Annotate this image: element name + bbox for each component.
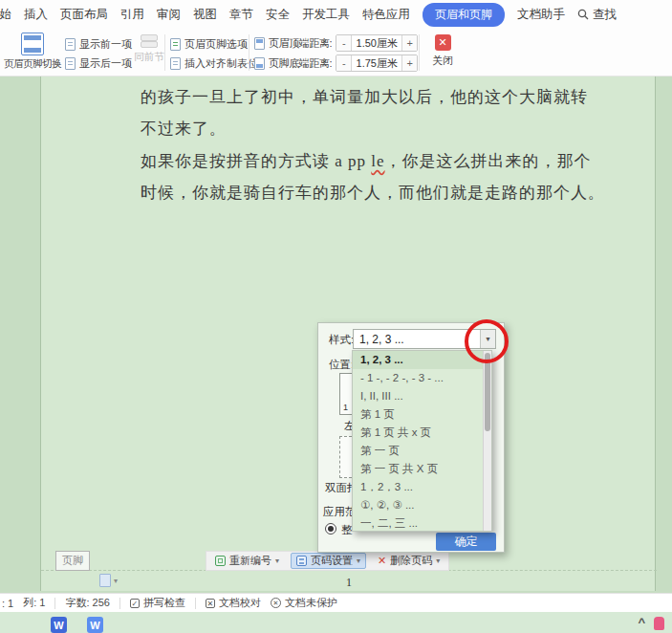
taskbar-app-icon-1[interactable]: W	[51, 617, 67, 633]
show-previous-button[interactable]: 显示前一项	[65, 36, 132, 52]
close-header-footer-button[interactable]: ✕ 关闭	[424, 34, 461, 68]
footer-distance-spinner: - 1.75厘米 +	[336, 55, 418, 72]
chevron-down-icon: ▾	[357, 557, 360, 565]
footer-tag: 页脚	[55, 551, 90, 571]
tab-stop-label: 插入对齐制表位	[184, 56, 258, 71]
document-text-line: 不过来了。	[141, 118, 618, 139]
wps-writer-window: 开始 插入 页面布局 引用 审阅 视图 章节 安全 开发工具 特色应用 页眉和页…	[0, 0, 672, 633]
tab-security[interactable]: 安全	[266, 7, 290, 23]
dropdown-item[interactable]: 第 1 页 共 x 页	[353, 424, 491, 442]
search-icon	[577, 9, 589, 20]
dropdown-item[interactable]: 第 一 页 共 X 页	[353, 460, 491, 478]
header-distance-increase-button[interactable]: +	[402, 35, 417, 51]
dropdown-item[interactable]: I, II, III ...	[353, 387, 491, 405]
find-button[interactable]: 查找	[577, 7, 617, 23]
tab-special-apps[interactable]: 特色应用	[362, 7, 410, 23]
status-separator	[195, 598, 196, 609]
document-text-line: 的孩子一旦上了初中，单词量加大以后，他的这个大脑就转	[141, 86, 618, 107]
apply-range-option-label: 整	[341, 523, 353, 537]
header-footer-toggle-label: 页眉页脚切换	[2, 57, 63, 71]
style-combobox[interactable]: 1, 2, 3 ... ▼	[353, 329, 496, 349]
apply-range-radio[interactable]	[325, 523, 336, 535]
renumber-button[interactable]: 重新编号 ▾	[209, 553, 285, 569]
document-text-line: 时候，你就是骑自行车的那个人，而他们就是走路的那个人。	[141, 182, 618, 203]
scrollbar-thumb[interactable]	[485, 353, 490, 431]
tray-expand-chevron-icon[interactable]: ^	[638, 615, 645, 629]
dropdown-item[interactable]: 第 1 页	[353, 405, 491, 424]
spell-check-button[interactable]: ✓ 拼写检查	[130, 596, 185, 610]
page-next-icon	[65, 57, 76, 70]
preview-page-number: 1	[343, 403, 348, 412]
header-footer-options-button[interactable]: 页眉页脚选项	[170, 36, 248, 52]
header-distance-decrease-button[interactable]: -	[336, 35, 351, 51]
delete-page-label: 删除页码	[390, 554, 432, 568]
same-as-previous-button: 同前节	[132, 34, 166, 64]
dropdown-scrollbar[interactable]	[483, 351, 491, 531]
spell-check-icon: ✓	[130, 599, 140, 608]
doc-protect-icon: ✕	[271, 598, 281, 608]
document-text-line: 如果你是按拼音的方式读 a pp le，你是这么拼出来的，那个	[141, 150, 618, 171]
footer-distance-label: 页脚底端距离:	[269, 56, 332, 71]
header-footer-toggle-button[interactable]: 页眉页脚切换	[2, 33, 63, 71]
combobox-dropdown-button[interactable]: ▼	[480, 330, 495, 348]
status-separator	[54, 598, 55, 609]
show-next-label: 显示后一项	[79, 56, 132, 71]
tab-stop-icon	[170, 57, 181, 70]
doc-protect-label: 文档未保护	[285, 596, 337, 610]
doc-proof-label: 文档校对	[219, 596, 261, 610]
tab-header-footer[interactable]: 页眉和页脚	[423, 3, 505, 27]
tab-dev-tools[interactable]: 开发工具	[302, 7, 350, 23]
doc-proof-button[interactable]: ✕ 文档校对	[206, 596, 261, 610]
taskbar-app-icon-2[interactable]: W	[87, 617, 103, 633]
chevron-down-icon: ▾	[436, 557, 440, 565]
page-number[interactable]: 1	[41, 576, 657, 590]
word-count[interactable]: 字数: 256	[65, 596, 109, 610]
header-footer-toggle-icon	[21, 33, 44, 55]
dropdown-item[interactable]: 第 一 页	[353, 442, 491, 460]
spell-check-label: 拼写检查	[143, 596, 185, 610]
same-section-label: 同前节	[132, 51, 166, 64]
close-label: 关闭	[424, 54, 461, 68]
insert-tab-stop-button[interactable]: 插入对齐制表位	[170, 55, 258, 71]
page-number-settings-button[interactable]: 页码设置 ▾	[291, 553, 366, 569]
tab-insert[interactable]: 插入	[24, 7, 48, 23]
dropdown-item[interactable]: 1, 2, 3 ...	[353, 351, 491, 369]
tab-references[interactable]: 引用	[120, 7, 144, 23]
tray-app-icon[interactable]	[654, 617, 664, 630]
show-previous-label: 显示前一项	[79, 37, 132, 52]
chevron-down-icon: ▾	[275, 557, 279, 565]
footer-distance-increase-button[interactable]: +	[402, 55, 417, 71]
dropdown-item[interactable]: - 1 -, - 2 -, - 3 - ...	[353, 369, 491, 387]
style-value: 1, 2, 3 ...	[354, 333, 480, 346]
options-icon	[170, 38, 181, 51]
tab-doc-assistant[interactable]: 文档助手	[517, 7, 565, 23]
tab-view[interactable]: 视图	[193, 7, 217, 23]
ribbon-tab-bar: 开始 插入 页面布局 引用 审阅 视图 章节 安全 开发工具 特色应用 页眉和页…	[0, 0, 672, 29]
tab-review[interactable]: 审阅	[157, 7, 181, 23]
header-distance-label: 页眉顶端距离:	[269, 36, 332, 51]
document-area: 的孩子一旦上了初中，单词量加大以后，他的这个大脑就转 不过来了。 如果你是按拼音…	[0, 76, 672, 593]
same-section-icon	[141, 34, 158, 48]
tab-page-layout[interactable]: 页面布局	[60, 7, 108, 23]
footer-distance-value[interactable]: 1.75厘米	[351, 55, 402, 71]
footer-distance-decrease-button[interactable]: -	[336, 55, 351, 71]
page-settings-icon	[296, 556, 307, 566]
row-indicator: : 1	[2, 598, 13, 609]
page-settings-label: 页码设置	[311, 554, 353, 568]
ok-button[interactable]: 确定	[436, 533, 496, 551]
dropdown-item[interactable]: 1，2，3 ...	[353, 478, 491, 496]
toolbar-separator	[249, 34, 249, 71]
show-next-button[interactable]: 显示后一项	[65, 55, 132, 71]
toolbar-separator	[419, 34, 420, 71]
dropdown-item[interactable]: ①, ②, ③ ...	[353, 496, 491, 514]
find-label: 查找	[593, 7, 617, 23]
tab-home[interactable]: 开始	[0, 7, 11, 23]
delete-page-number-button[interactable]: ✕ 删除页码 ▾	[372, 553, 445, 569]
renumber-label: 重新编号	[229, 554, 271, 568]
status-bar: : 1 列: 1 字数: 256 ✓ 拼写检查 ✕ 文档校对 ✕ 文档未保护	[0, 593, 672, 612]
page-previous-icon	[65, 38, 76, 51]
header-distance-value[interactable]: 1.50厘米	[351, 35, 402, 51]
doc-protect-button[interactable]: ✕ 文档未保护	[271, 596, 337, 610]
tab-section[interactable]: 章节	[229, 7, 253, 23]
dropdown-item[interactable]: 一, 二, 三 ...	[353, 514, 491, 532]
